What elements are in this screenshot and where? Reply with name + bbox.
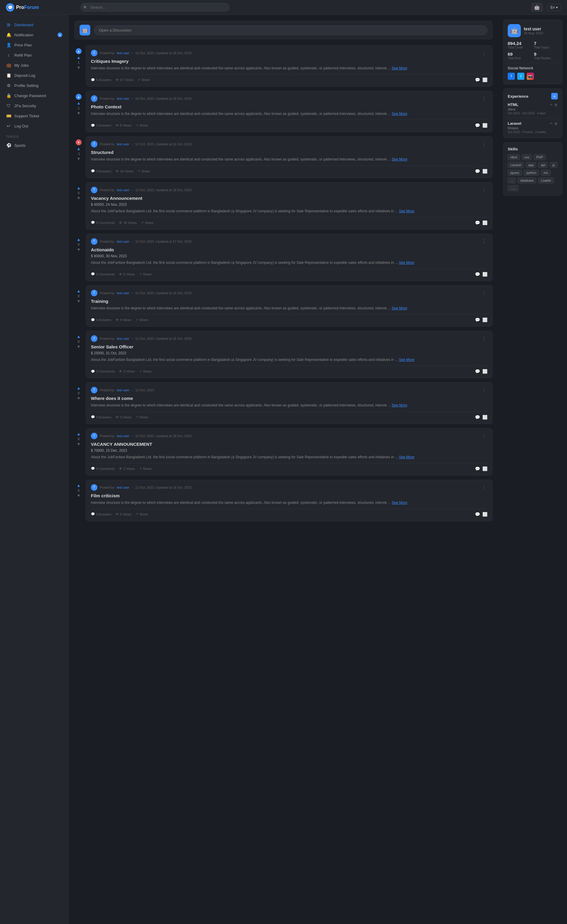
post-menu-button[interactable]: ⋮: [480, 141, 487, 147]
skill-tag[interactable]: js: [550, 162, 558, 168]
post-title[interactable]: Actionaido: [91, 247, 487, 252]
see-more-link[interactable]: See More: [392, 112, 407, 116]
add-experience-button[interactable]: +: [551, 93, 558, 99]
see-more-link[interactable]: See More: [392, 306, 407, 310]
post-author-link[interactable]: test user: [117, 337, 129, 340]
post-author-link[interactable]: test user: [117, 291, 129, 295]
post-title[interactable]: Structured: [91, 150, 487, 155]
skill-tag[interactable]: Laravel: [508, 162, 524, 168]
flag-button[interactable]: ⬜: [483, 317, 487, 322]
sidebar-item-profile-setting[interactable]: ⚙ Profile Setting: [0, 80, 68, 90]
see-more-link[interactable]: See More: [392, 66, 407, 70]
upvote-button[interactable]: ▲: [76, 185, 81, 190]
answers-item[interactable]: 💬 0 Answers: [91, 415, 111, 419]
post-author-link[interactable]: test user: [117, 486, 129, 489]
share-item[interactable]: ↗ Share: [141, 220, 153, 225]
answers-item[interactable]: 💬 0 Answers: [91, 169, 111, 173]
edit-experience-button[interactable]: ✏: [550, 103, 553, 106]
post-title[interactable]: Critiques Imagery: [91, 58, 487, 64]
post-author-link[interactable]: test user: [117, 388, 129, 392]
flag-button[interactable]: ⬜: [483, 77, 487, 82]
share-item[interactable]: ↗ Share: [139, 466, 152, 471]
bookmark-button[interactable]: 💬: [475, 512, 480, 517]
bookmark-button[interactable]: 💬: [475, 220, 480, 225]
views-item[interactable]: 👁 6 Views: [119, 273, 135, 276]
share-item[interactable]: ↗ Share: [135, 318, 148, 322]
skill-tag[interactable]: jquery: [508, 170, 522, 176]
flag-button[interactable]: ⬜: [483, 123, 487, 128]
views-item[interactable]: 👁 5 Views: [116, 513, 131, 516]
share-item[interactable]: ↗ Share: [139, 369, 152, 374]
flag-button[interactable]: ⬜: [483, 415, 487, 420]
instagram-icon[interactable]: 📷: [527, 73, 534, 80]
post-menu-button[interactable]: ⋮: [480, 290, 487, 296]
flag-button[interactable]: ⬜: [483, 466, 487, 471]
views-item[interactable]: 👁 30 Views: [119, 221, 137, 225]
flag-button[interactable]: ⬜: [483, 272, 487, 277]
bookmark-button[interactable]: 💬: [475, 317, 480, 322]
downvote-button[interactable]: ▼: [76, 156, 81, 161]
share-item[interactable]: ↗ Share: [135, 124, 148, 128]
answers-item[interactable]: 💬 5 Answers: [91, 78, 111, 82]
sidebar-item-dashboard[interactable]: ⊞ Dashboard: [0, 20, 68, 30]
bookmark-button[interactable]: 💬: [475, 369, 480, 374]
see-more-link[interactable]: See More: [399, 261, 414, 265]
answers-item[interactable]: 💬 0 Comments: [91, 220, 115, 225]
share-item[interactable]: ↗ Share: [135, 512, 148, 516]
facebook-icon[interactable]: f: [508, 73, 515, 80]
upvote-button[interactable]: ▲: [76, 146, 81, 151]
edit-experience-button[interactable]: ✏: [550, 122, 553, 125]
post-author-link[interactable]: test user: [117, 142, 129, 146]
post-author-link[interactable]: test user: [117, 188, 129, 192]
post-title[interactable]: Where does it come: [91, 396, 487, 401]
downvote-button[interactable]: ▼: [76, 65, 81, 70]
share-item[interactable]: ↗ Share: [139, 272, 152, 276]
upvote-button[interactable]: ▲: [76, 431, 81, 436]
delete-experience-button[interactable]: 🗑: [555, 103, 558, 106]
post-title[interactable]: Training: [91, 298, 487, 304]
twitter-icon[interactable]: t: [517, 73, 524, 80]
see-more-link[interactable]: See More: [392, 157, 407, 161]
downvote-button[interactable]: ▼: [76, 111, 81, 116]
post-menu-button[interactable]: ⋮: [480, 433, 487, 439]
upvote-button[interactable]: ▲: [76, 237, 81, 242]
language-button[interactable]: En ▾: [547, 4, 561, 11]
bookmark-button[interactable]: 💬: [475, 123, 480, 128]
sidebar-item-2fa[interactable]: 🛡 2Fa Security: [0, 100, 68, 111]
post-author-link[interactable]: test user: [117, 51, 129, 55]
answers-item[interactable]: 💬 0 Answers: [91, 318, 111, 322]
skill-tag[interactable]: ......: [508, 185, 519, 191]
downvote-button[interactable]: ▼: [76, 298, 81, 304]
see-more-link[interactable]: See More: [399, 455, 414, 459]
flag-button[interactable]: ⬜: [483, 512, 487, 517]
sidebar-item-support-ticket[interactable]: 🎫 Support Ticket: [0, 111, 68, 121]
see-more-link[interactable]: See More: [392, 501, 407, 505]
upvote-button[interactable]: ▲: [76, 386, 81, 391]
skill-tag[interactable]: api: [538, 162, 548, 168]
post-title[interactable]: VACANCY ANNOUNCEMENT: [91, 442, 487, 447]
skill-tag[interactable]: database: [517, 177, 536, 183]
answers-item[interactable]: 💬 0 Comments: [91, 272, 115, 276]
upvote-button[interactable]: ▲: [76, 55, 81, 60]
bookmark-button[interactable]: 💬: [475, 466, 480, 471]
downvote-button[interactable]: ▼: [76, 247, 81, 252]
downvote-button[interactable]: ▼: [76, 493, 81, 498]
skill-tag[interactable]: PHP: [534, 154, 546, 160]
post-menu-button[interactable]: ⋮: [480, 96, 487, 102]
flag-button[interactable]: ⬜: [483, 220, 487, 225]
delete-experience-button[interactable]: 🗑: [555, 122, 558, 125]
skill-tag[interactable]: python: [524, 170, 539, 176]
downvote-button[interactable]: ▼: [76, 344, 81, 349]
post-author-link[interactable]: test user: [117, 434, 129, 438]
post-title[interactable]: Film criticism: [91, 493, 487, 498]
post-title[interactable]: Vacancy Announcement: [91, 196, 487, 201]
answers-item[interactable]: 💬 2 Answers: [91, 124, 111, 128]
post-author-link[interactable]: test user: [117, 240, 129, 243]
sidebar-item-my-jobs[interactable]: 💼 My Jobs: [0, 60, 68, 70]
skill-tag[interactable]: ms: [541, 170, 550, 176]
flag-button[interactable]: ⬜: [483, 169, 487, 174]
bookmark-button[interactable]: 💬: [475, 415, 480, 420]
upvote-button[interactable]: ▲: [76, 334, 81, 339]
bookmark-button[interactable]: 💬: [475, 169, 480, 174]
bookmark-button[interactable]: 💬: [475, 272, 480, 277]
